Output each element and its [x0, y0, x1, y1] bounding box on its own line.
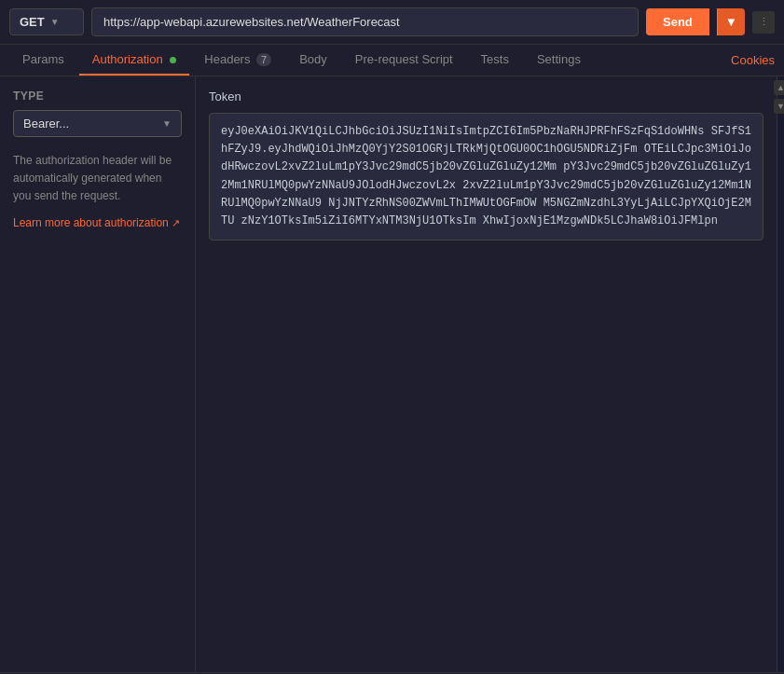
tab-params[interactable]: Params [9, 45, 77, 76]
url-input[interactable] [91, 7, 639, 36]
right-panel-scrollbar[interactable]: ▲ ▼ [777, 76, 784, 672]
scroll-down-button[interactable]: ▼ [774, 99, 785, 114]
tab-settings[interactable]: Settings [524, 45, 594, 76]
cookies-button[interactable]: Cookies [731, 53, 775, 67]
main-content: Type Bearer... ▼ The authorization heade… [0, 76, 784, 672]
top-bar: GET ▼ Send ▼ ⋮ [0, 0, 784, 45]
token-panel: Token eyJ0eXAiOiJKV1QiLCJhbGciOiJSUzI1Ni… [196, 76, 777, 672]
auth-active-dot [170, 57, 176, 63]
tab-tests[interactable]: Tests [468, 45, 522, 76]
token-value: eyJ0eXAiOiJKV1QiLCJhbGciOiJSUzI1NiIsImtp… [209, 113, 763, 241]
tab-headers[interactable]: Headers 7 [191, 45, 284, 76]
method-select[interactable]: GET ▼ [9, 8, 84, 35]
tab-authorization[interactable]: Authorization [79, 45, 190, 76]
send-button[interactable]: Send [646, 8, 709, 35]
bearer-label: Bearer... [23, 117, 69, 131]
method-chevron-icon: ▼ [50, 17, 60, 27]
auth-type-label: Type [13, 89, 182, 103]
bearer-chevron-icon: ▼ [162, 118, 172, 129]
auth-description: The authorization header will be automat… [13, 152, 182, 206]
token-label: Token [209, 89, 763, 103]
auth-panel: Type Bearer... ▼ The authorization heade… [0, 76, 196, 672]
request-tab-bar: Params Authorization Headers 7 Body Pre-… [0, 45, 784, 76]
learn-more-link[interactable]: Learn more about authorization [13, 216, 180, 229]
method-label: GET [20, 15, 45, 29]
send-dropdown-button[interactable]: ▼ [717, 8, 745, 35]
scroll-up-button[interactable]: ▲ [774, 80, 785, 95]
menu-icon[interactable]: ⋮ [752, 11, 775, 34]
tab-body[interactable]: Body [286, 45, 340, 76]
tab-pre-request-script[interactable]: Pre-request Script [342, 45, 466, 76]
bearer-type-dropdown[interactable]: Bearer... ▼ [13, 110, 182, 137]
